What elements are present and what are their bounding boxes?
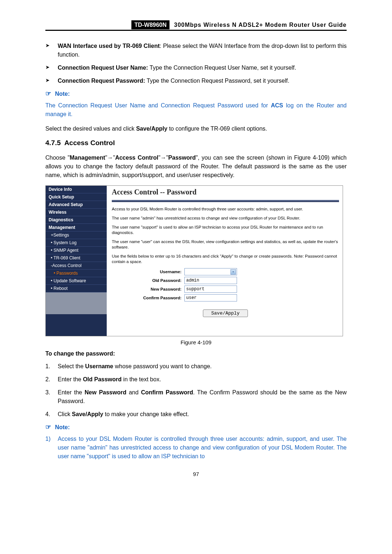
page-header: TD-W8960N 300Mbps Wireless N ADSL2+ Mode… <box>45 22 347 31</box>
step-item: 4.Click Save/Apply to make your change t… <box>45 410 347 419</box>
sidebar-fill <box>46 292 107 314</box>
row-confirmpw: Confirm Password: <box>112 294 339 301</box>
guide-title: 300Mbps Wireless N ADSL2+ Modem Router U… <box>171 22 347 28</box>
router-ui-figure: Device InfoQuick SetupAdvanced SetupWire… <box>45 185 343 336</box>
step-item: 3.Enter the New Password and Confirm Pas… <box>45 388 347 406</box>
confirm-password-input[interactable] <box>184 294 237 301</box>
sidebar-item[interactable]: Wireless <box>46 209 107 216</box>
sidebar-item[interactable]: +Settings <box>46 231 107 239</box>
panel-p5: Use the fields below to enter up to 16 c… <box>112 254 339 264</box>
note2-word: Note: <box>55 424 70 430</box>
panel-p3: The user name "support" is used to allow… <box>112 225 339 235</box>
sidebar-item[interactable]: -Access Control <box>46 262 107 270</box>
page-number: 97 <box>45 471 347 477</box>
row-oldpw: Old Password: <box>112 277 339 284</box>
step-text: Enter the Old Password in the text box. <box>58 375 161 384</box>
sidebar-item[interactable]: • Update Software <box>46 277 107 285</box>
step-item: 1.Select the Username whose password you… <box>45 362 347 371</box>
pointing-hand-icon: ☞ <box>45 90 51 97</box>
sidebar-item[interactable]: Device Info <box>46 186 107 193</box>
pointing-hand-icon: ☞ <box>45 423 51 431</box>
note2-item: 1) Access to your DSL Modem Router is co… <box>45 435 347 461</box>
old-password-input[interactable] <box>184 277 237 284</box>
row-newpw: New Password: <box>112 286 339 293</box>
bullet-text: WAN Interface used by TR-069 Client: Ple… <box>58 42 347 59</box>
choose-paragraph: Choose "Management"→"Access Control"→"Pa… <box>45 153 347 180</box>
username-select[interactable]: ▾ <box>184 268 237 275</box>
bullet-text: Connection Request Password: Type the Co… <box>58 77 347 85</box>
bullet-item: ➤Connection Request User Name: Type the … <box>45 63 347 72</box>
triangle-bullet-icon: ➤ <box>45 42 58 59</box>
new-password-input[interactable] <box>184 286 237 293</box>
step-marker: 3. <box>45 388 58 406</box>
sidebar-item[interactable]: • Passwords <box>46 270 107 277</box>
step-item: 2.Enter the Old Password in the text box… <box>45 375 347 384</box>
sidebar-item[interactable]: • System Log <box>46 239 107 247</box>
panel-divider <box>112 200 339 202</box>
triangle-bullet-icon: ➤ <box>45 63 58 72</box>
step-text: Enter the New Password and Confirm Passw… <box>58 388 347 406</box>
sidebar-item[interactable]: • SNMP Agent <box>46 247 107 254</box>
note2-label: ☞ Note: <box>45 423 347 431</box>
panel-title: Access Control -- Password <box>112 188 339 196</box>
triangle-bullet-icon: ➤ <box>45 77 58 85</box>
label-oldpw: Old Password: <box>112 278 184 283</box>
step-marker: 1. <box>45 362 58 371</box>
figure-wrap: Device InfoQuick SetupAdvanced SetupWire… <box>45 185 343 336</box>
note-body: The Connection Request User Name and Con… <box>45 101 347 119</box>
panel-p1: Access to your DSL Modem Router is contr… <box>112 206 339 212</box>
section-heading: 4.7.5 Access Control <box>45 139 347 147</box>
figure-caption: Figure 4-109 <box>45 339 347 345</box>
instruction-paragraph: Select the desired values and click Save… <box>45 124 347 133</box>
router-sidebar: Device InfoQuick SetupAdvanced SetupWire… <box>46 186 107 336</box>
label-username: Username: <box>112 270 184 274</box>
step-marker: 2. <box>45 375 58 384</box>
note2-marker: 1) <box>45 435 58 461</box>
sidebar-item[interactable]: Advanced Setup <box>46 201 107 209</box>
param-list: ➤WAN Interface used by TR-069 Client: Pl… <box>45 42 347 85</box>
bullet-text: Connection Request User Name: Type the C… <box>58 63 347 72</box>
step-text: Click Save/Apply to make your change tak… <box>58 410 189 419</box>
note-label: ☞ Note: <box>45 90 347 98</box>
model-badge: TD-W8960N <box>131 20 170 29</box>
row-username: Username: ▾ <box>112 268 339 275</box>
sidebar-item[interactable]: Management <box>46 224 107 231</box>
sidebar-item[interactable]: • Reboot <box>46 285 107 292</box>
panel-p4: The user name "user" can access the DSL … <box>112 239 339 250</box>
sidebar-item[interactable]: Quick Setup <box>46 193 107 201</box>
apply-wrap: Save/Apply <box>112 309 339 317</box>
note2-body: Access to your DSL Modem Router is contr… <box>58 435 347 461</box>
bullet-item: ➤Connection Request Password: Type the C… <box>45 77 347 85</box>
sidebar-item[interactable]: • TR-069 Client <box>46 254 107 262</box>
change-password-heading: To change the password: <box>45 350 347 357</box>
router-main-panel: Access Control -- Password Access to you… <box>107 186 343 336</box>
step-marker: 4. <box>45 410 58 419</box>
panel-p2: The user name "admin" has unrestricted a… <box>112 216 339 221</box>
steps-list: 1.Select the Username whose password you… <box>45 362 347 419</box>
step-text: Select the Username whose password you w… <box>58 362 212 371</box>
label-confirmpw: Confirm Password: <box>112 296 184 300</box>
chevron-down-icon[interactable]: ▾ <box>230 269 236 275</box>
bullet-item: ➤WAN Interface used by TR-069 Client: Pl… <box>45 42 347 59</box>
save-apply-button[interactable]: Save/Apply <box>203 309 248 317</box>
note-word: Note: <box>55 91 70 97</box>
label-newpw: New Password: <box>112 287 184 291</box>
sidebar-item[interactable]: Diagnostics <box>46 216 107 224</box>
